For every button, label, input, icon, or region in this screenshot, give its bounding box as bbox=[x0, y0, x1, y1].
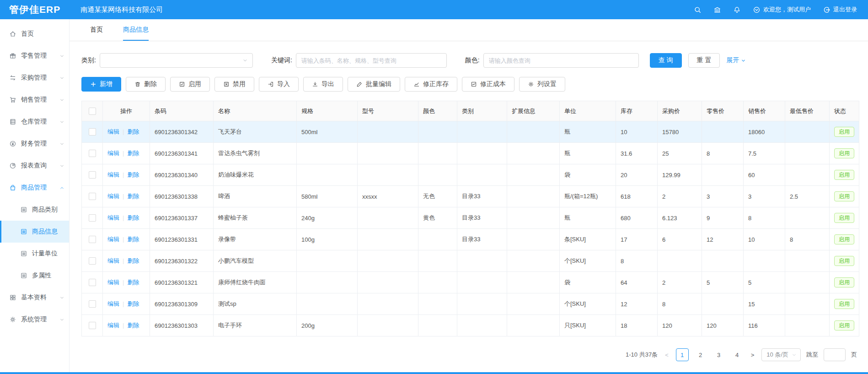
status-badge[interactable]: 启用 bbox=[834, 148, 854, 158]
logout-button[interactable]: 退出登录 bbox=[823, 5, 857, 14]
toolbar-button-禁用[interactable]: 禁用 bbox=[214, 77, 254, 92]
cell-sale: 116 bbox=[744, 315, 785, 336]
toolbar-button-删除[interactable]: 删除 bbox=[126, 77, 166, 92]
delete-link[interactable]: 删除 bbox=[127, 128, 139, 135]
keyword-input-wrap bbox=[296, 53, 447, 68]
tab-首页[interactable]: 首页 bbox=[90, 19, 103, 41]
status-badge[interactable]: 启用 bbox=[834, 277, 854, 287]
toolbar-button-修正库存[interactable]: 修正库存 bbox=[405, 77, 457, 92]
row-checkbox[interactable] bbox=[89, 171, 96, 179]
row-checkbox-cell bbox=[82, 250, 103, 272]
toolbar-button-导出[interactable]: 导出 bbox=[303, 77, 343, 92]
edit-link[interactable]: 编辑 bbox=[107, 214, 119, 221]
delete-link[interactable]: 删除 bbox=[127, 236, 139, 243]
toolbar-button-导入[interactable]: 导入 bbox=[259, 77, 299, 92]
row-checkbox[interactable] bbox=[89, 150, 96, 157]
sidebar-item-商品信息[interactable]: 商品信息 bbox=[0, 221, 69, 243]
status-badge[interactable]: 启用 bbox=[834, 299, 854, 309]
page-size-select[interactable]: 10 条/页 bbox=[761, 348, 801, 361]
sidebar-item-首页[interactable]: 首页 bbox=[0, 23, 69, 45]
column-header-名称: 名称 bbox=[214, 101, 297, 121]
bell-icon[interactable] bbox=[733, 6, 741, 14]
sidebar-item-商品类别[interactable]: 商品类别 bbox=[0, 199, 69, 221]
expand-link[interactable]: 展开 bbox=[726, 56, 746, 65]
edit-link[interactable]: 编辑 bbox=[107, 171, 119, 178]
status-badge[interactable]: 启用 bbox=[834, 191, 854, 201]
status-badge[interactable]: 启用 bbox=[834, 170, 854, 180]
status-badge[interactable]: 启用 bbox=[834, 320, 854, 331]
bank-icon[interactable] bbox=[713, 6, 721, 14]
edit-link[interactable]: 编辑 bbox=[107, 150, 119, 157]
edit-link[interactable]: 编辑 bbox=[107, 279, 119, 286]
edit-link[interactable]: 编辑 bbox=[107, 257, 119, 264]
delete-link[interactable]: 删除 bbox=[127, 257, 139, 264]
status-badge[interactable]: 启用 bbox=[834, 234, 854, 244]
edit-link[interactable]: 编辑 bbox=[107, 128, 119, 135]
sidebar-item-财务管理[interactable]: 财务管理 bbox=[0, 133, 69, 155]
row-checkbox[interactable] bbox=[89, 322, 96, 329]
delete-link[interactable]: 删除 bbox=[127, 279, 139, 286]
sidebar-item-报表查询[interactable]: 报表查询 bbox=[0, 155, 69, 177]
sidebar-item-基本资料[interactable]: 基本资料 bbox=[0, 287, 69, 309]
chev-down-icon bbox=[59, 76, 64, 81]
edit-link[interactable]: 编辑 bbox=[107, 300, 119, 307]
welcome-user[interactable]: 欢迎您，测试用户 bbox=[753, 5, 811, 14]
color-input[interactable] bbox=[484, 54, 638, 67]
jump-to-input[interactable] bbox=[824, 348, 846, 361]
select-all-checkbox[interactable] bbox=[89, 108, 96, 115]
row-checkbox[interactable] bbox=[89, 236, 96, 243]
row-checkbox[interactable] bbox=[89, 214, 96, 222]
delete-link[interactable]: 删除 bbox=[127, 193, 139, 200]
row-checkbox[interactable] bbox=[89, 300, 96, 308]
delete-link[interactable]: 删除 bbox=[127, 322, 139, 329]
row-checkbox[interactable] bbox=[89, 193, 96, 200]
keyword-input[interactable] bbox=[296, 54, 446, 67]
toolbar-button-列设置[interactable]: 列设置 bbox=[519, 77, 565, 92]
page-button-3[interactable]: 3 bbox=[713, 348, 725, 361]
row-checkbox[interactable] bbox=[89, 128, 96, 136]
page-button-4[interactable]: 4 bbox=[731, 348, 744, 361]
cell-category bbox=[457, 143, 507, 164]
row-checkbox[interactable] bbox=[89, 257, 96, 265]
search-icon[interactable] bbox=[694, 6, 702, 14]
delete-link[interactable]: 删除 bbox=[127, 214, 139, 221]
status-badge[interactable]: 启用 bbox=[834, 256, 854, 266]
chev-up-icon bbox=[59, 185, 64, 190]
toolbar-button-修正成本[interactable]: 修正成本 bbox=[462, 77, 514, 92]
status-badge[interactable]: 启用 bbox=[834, 127, 854, 137]
cell-sale: 60 bbox=[744, 164, 785, 186]
sidebar-item-多属性[interactable]: 多属性 bbox=[0, 265, 69, 287]
sidebar-item-采购管理[interactable]: 采购管理 bbox=[0, 67, 69, 89]
search-button[interactable]: 查 询 bbox=[650, 53, 682, 68]
delete-link[interactable]: 删除 bbox=[127, 300, 139, 307]
sidebar-item-销售管理[interactable]: 销售管理 bbox=[0, 89, 69, 111]
page-button-2[interactable]: 2 bbox=[694, 348, 707, 361]
sidebar-item-商品管理[interactable]: 商品管理 bbox=[0, 177, 69, 199]
edit-link[interactable]: 编辑 bbox=[107, 193, 119, 200]
status-badge[interactable]: 启用 bbox=[834, 213, 854, 223]
sidebar-item-系统管理[interactable]: 系统管理 bbox=[0, 309, 69, 331]
delete-link[interactable]: 删除 bbox=[127, 171, 139, 178]
sidebar-item-计量单位[interactable]: 计量单位 bbox=[0, 243, 69, 265]
row-checkbox[interactable] bbox=[89, 279, 96, 286]
next-page-button[interactable]: > bbox=[749, 352, 756, 358]
prev-page-button[interactable]: < bbox=[663, 352, 670, 358]
cell-unit: 只[SKU] bbox=[560, 315, 616, 336]
edit-link[interactable]: 编辑 bbox=[107, 236, 119, 243]
row-actions-cell: 编辑|删除 bbox=[103, 164, 150, 186]
sidebar-item-仓库管理[interactable]: 仓库管理 bbox=[0, 111, 69, 133]
category-select[interactable] bbox=[100, 53, 253, 68]
page-button-1[interactable]: 1 bbox=[676, 348, 689, 361]
toolbar-button-批量编辑[interactable]: 批量编辑 bbox=[348, 77, 400, 92]
edit-link[interactable]: 编辑 bbox=[107, 322, 119, 329]
logout-text: 退出登录 bbox=[833, 5, 857, 14]
tab-商品信息[interactable]: 商品信息 bbox=[123, 19, 149, 41]
delete-link[interactable]: 删除 bbox=[127, 150, 139, 157]
toolbar-button-新增[interactable]: 新增 bbox=[81, 77, 121, 92]
row-actions-cell: 编辑|删除 bbox=[103, 293, 150, 315]
action-separator: | bbox=[123, 322, 124, 329]
sidebar-item-零售管理[interactable]: 零售管理 bbox=[0, 45, 69, 67]
toolbar-button-启用[interactable]: 启用 bbox=[170, 77, 210, 92]
keyword-label: 关键词: bbox=[271, 56, 292, 65]
reset-button[interactable]: 重 置 bbox=[688, 53, 720, 68]
